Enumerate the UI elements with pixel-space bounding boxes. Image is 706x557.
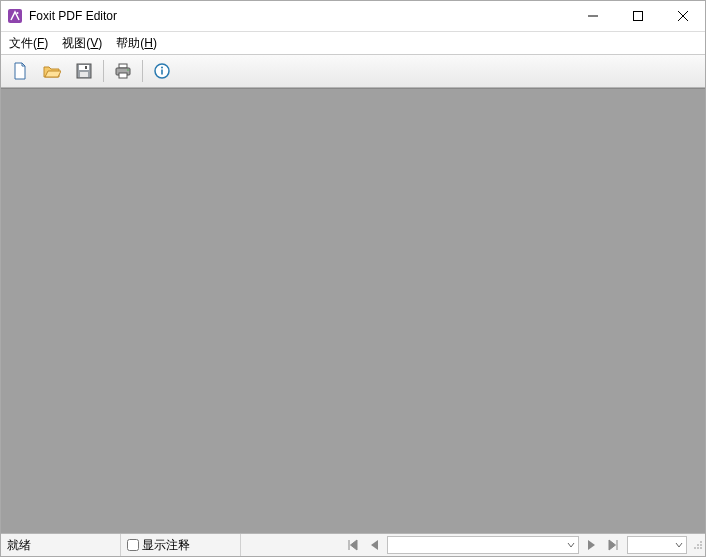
open-folder-icon [43,62,61,80]
info-icon [153,62,171,80]
svg-point-1 [17,12,19,14]
svg-point-17 [700,547,702,549]
new-file-button[interactable] [5,57,35,85]
prev-page-button[interactable] [363,535,385,555]
last-page-icon [608,539,620,551]
svg-rect-3 [633,12,642,21]
menu-help[interactable]: 帮助(H) [116,35,157,52]
menu-file[interactable]: 文件(F) [9,35,48,52]
first-page-button[interactable] [341,535,363,555]
maximize-button[interactable] [615,1,660,31]
close-button[interactable] [660,1,705,31]
status-bar: 就绪 显示注释 [1,533,705,556]
svg-rect-16 [161,70,163,75]
svg-point-18 [697,547,699,549]
show-annotations-checkbox[interactable] [127,539,139,551]
svg-rect-10 [119,64,127,68]
window-controls [570,1,705,31]
resize-grip[interactable] [689,538,705,552]
show-annotations-label: 显示注释 [142,537,190,554]
app-window: Foxit PDF Editor 文件(F) 视图(V) 帮助(H) [0,0,706,557]
svg-rect-9 [85,66,87,69]
last-page-button[interactable] [603,535,625,555]
svg-rect-7 [79,65,89,70]
maximize-icon [633,11,643,21]
app-title: Foxit PDF Editor [29,9,117,23]
app-icon [7,8,23,24]
svg-point-19 [694,547,696,549]
toolbar [1,54,705,88]
print-icon [114,62,132,80]
chevron-down-icon [567,541,575,549]
resize-grip-icon [691,538,703,550]
minimize-icon [588,11,598,21]
next-page-icon [587,539,597,551]
page-number-combo[interactable] [387,536,579,554]
chevron-down-icon [675,541,683,549]
zoom-combo[interactable] [627,536,687,554]
prev-page-icon [369,539,379,551]
close-icon [678,11,688,21]
page-nav [341,534,705,556]
svg-point-15 [161,67,163,69]
next-page-button[interactable] [581,535,603,555]
status-ready-label: 就绪 [7,537,31,554]
first-page-icon [346,539,358,551]
about-button[interactable] [147,57,177,85]
new-file-icon [11,62,29,80]
svg-point-21 [697,544,699,546]
svg-rect-12 [119,73,127,78]
open-file-button[interactable] [37,57,67,85]
svg-rect-8 [80,72,88,77]
menu-view[interactable]: 视图(V) [62,35,102,52]
svg-point-13 [127,69,129,71]
print-button[interactable] [108,57,138,85]
minimize-button[interactable] [570,1,615,31]
show-annotations-toggle[interactable]: 显示注释 [121,534,241,556]
toolbar-separator [142,60,143,82]
save-button[interactable] [69,57,99,85]
svg-point-20 [700,544,702,546]
document-area[interactable] [1,88,705,533]
save-icon [75,62,93,80]
title-bar: Foxit PDF Editor [1,1,705,32]
menu-bar: 文件(F) 视图(V) 帮助(H) [1,32,705,54]
status-ready: 就绪 [1,534,121,556]
svg-point-22 [700,541,702,543]
toolbar-separator [103,60,104,82]
